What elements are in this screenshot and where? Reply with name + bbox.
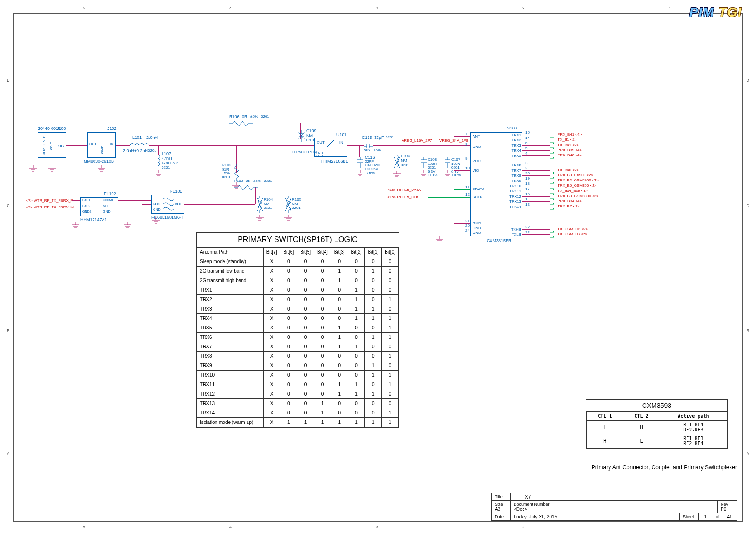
logic-cell: X xyxy=(263,371,280,380)
logic-cell: 0 xyxy=(314,380,331,389)
wire xyxy=(142,200,142,204)
wire xyxy=(522,207,550,207)
ctl-table-title: CXM3593 xyxy=(586,400,727,412)
offpage-trx-net: PRX_B40 <4> xyxy=(558,153,582,157)
offpage-arrow-icon xyxy=(550,194,556,198)
j100-pin-sig: SIG xyxy=(58,144,64,148)
wire xyxy=(522,234,550,235)
s100-pin-name: TRX4 xyxy=(508,148,521,153)
fl102-gnd2: GND2 xyxy=(82,210,91,213)
r103-tol: ±5% xyxy=(253,179,261,183)
l100-pkg: 0201 xyxy=(401,163,409,167)
logic-cell: TRX12 xyxy=(197,389,264,399)
title-block: Title X7 Size A3 Document Number <Doc> R… xyxy=(491,493,737,521)
wire xyxy=(116,145,130,146)
tb-date-value: Friday, July 31, 2015 xyxy=(511,513,680,520)
logic-cell: 0 xyxy=(365,257,382,267)
tb-doc-value: <Doc> xyxy=(514,507,714,512)
l100-val: NM xyxy=(401,158,407,163)
s100-pin-name: GND xyxy=(472,231,481,235)
s100-pin-name: VDD xyxy=(472,159,481,163)
l101-ref: L101 xyxy=(132,135,142,140)
u101-out: OUT xyxy=(317,140,325,145)
l107-val: 47nH xyxy=(162,156,172,161)
wire xyxy=(522,165,550,165)
ground-icon xyxy=(392,171,402,178)
s100-pin-num: 1 xyxy=(525,197,527,201)
s100-pin-name: TRX12 xyxy=(508,194,521,198)
tb-size-label: Size xyxy=(495,502,507,507)
logic-cell: 1 xyxy=(314,408,331,418)
offpage-trx-net: TRX_B5_GSM850 <2> xyxy=(558,183,596,188)
wire xyxy=(72,207,80,207)
logic-cell: 2G transmit high band xyxy=(197,276,264,285)
border-num: 1 xyxy=(669,525,671,529)
offpage-trx-net: TX_B40 <2> xyxy=(558,168,579,172)
logic-cell: 1 xyxy=(365,418,382,427)
ground-icon xyxy=(71,222,80,229)
offpage-arrow-icon xyxy=(550,205,556,208)
l101-ind: 2.0nH xyxy=(146,135,158,140)
s100-pin-num: 21 xyxy=(465,219,470,223)
offpage-arrow-icon xyxy=(550,233,556,236)
logic-cell: 0 xyxy=(297,389,314,399)
logic-cell: 0 xyxy=(297,408,314,418)
logic-cell: 0 xyxy=(331,295,348,304)
r106-ref: R106 xyxy=(229,114,240,119)
offpage-arrow-icon xyxy=(550,199,556,203)
tb-date-label: Date: xyxy=(492,513,511,520)
c116-tol: +/-5% xyxy=(365,171,375,175)
logic-cell: TRX6 xyxy=(197,333,264,342)
s100-pin-num: 5 xyxy=(525,146,527,150)
border-num: 3 xyxy=(376,525,378,529)
logic-cell: X xyxy=(263,257,280,267)
logic-cell: 0 xyxy=(297,342,314,352)
logic-cell: 0 xyxy=(348,276,365,285)
logic-cell: X xyxy=(263,418,280,427)
logic-cell: TRX5 xyxy=(197,323,264,333)
logic-cell: 1 xyxy=(365,361,382,371)
wire xyxy=(347,145,364,146)
capacitor-c109 xyxy=(298,130,305,142)
r106-tol: ±5% xyxy=(250,114,258,119)
j102-val: MM8030-2610B xyxy=(84,159,114,164)
capacitor-c116 xyxy=(356,157,364,168)
r106-val: 0R xyxy=(242,114,248,119)
ground-icon xyxy=(123,222,132,229)
wire xyxy=(454,189,470,190)
logic-cell: 0 xyxy=(314,257,331,267)
logic-header-cell: Bit[5] xyxy=(297,248,314,257)
tb-title-label: Title xyxy=(492,493,511,500)
wire xyxy=(397,145,397,155)
s100-pin-num: 13 xyxy=(525,202,530,207)
wire xyxy=(522,181,550,181)
logic-cell: X xyxy=(263,323,280,333)
wire xyxy=(454,233,470,233)
ctl-header-cell: CTL 1 xyxy=(587,412,623,421)
s100-pin-num: 14 xyxy=(525,136,530,140)
fl101-io1: I/O1 xyxy=(175,202,182,206)
offpage-arrow-icon xyxy=(550,133,556,137)
logic-cell: X xyxy=(263,342,280,352)
logic-cell: 0 xyxy=(280,257,297,267)
logic-cell: 0 xyxy=(297,361,314,371)
s100-pin-num: 9 xyxy=(465,156,467,161)
logic-cell: 0 xyxy=(348,371,365,380)
logic-cell: 0 xyxy=(280,285,297,295)
logic-cell: Sleep mode (standby) xyxy=(197,257,264,267)
logic-cell: 0 xyxy=(314,371,331,380)
logic-cell: Isolation mode (warm-up) xyxy=(197,418,264,427)
ctl-cell: H xyxy=(587,434,623,448)
logic-cell: TRX2 xyxy=(197,295,264,304)
s100-pin-name: TXHB xyxy=(508,227,521,232)
logic-cell: 1 xyxy=(280,418,297,427)
s100-pin-name: TRX14 xyxy=(508,205,521,209)
offpage-trx-net: TX_B34_B39 <3> xyxy=(558,189,588,193)
logic-cell: 1 xyxy=(331,389,348,399)
logic-cell: 0 xyxy=(314,267,331,276)
logic-cell: X xyxy=(263,389,280,399)
logic-cell: 0 xyxy=(348,408,365,418)
logic-cell: 1 xyxy=(297,418,314,427)
logic-cell: 0 xyxy=(382,342,399,352)
ground-icon xyxy=(443,170,452,177)
